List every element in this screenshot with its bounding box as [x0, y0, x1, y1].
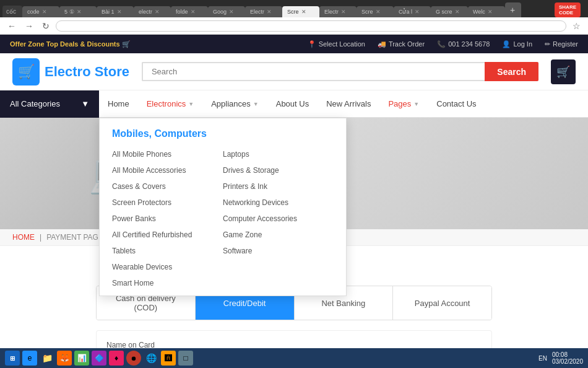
nav-new-arrivals[interactable]: New Arrivals [318, 90, 379, 118]
nav-about[interactable]: About Us [267, 90, 318, 118]
electronics-dropdown: Mobiles, Computers All Mobile Phones All… [99, 118, 347, 296]
dropdown-item-tablets[interactable]: Tablets [112, 243, 223, 258]
taskbar-right: EN 00:08 03/02/2020 [538, 351, 583, 365]
header: 🛒 Electro Store Search 🛒 [0, 53, 588, 90]
phone-icon: 📞 [437, 40, 446, 48]
pages-arrow: ▼ [413, 101, 419, 107]
nav-home[interactable]: Home [99, 90, 138, 118]
dropdown-item-power-banks[interactable]: Power Banks [112, 211, 223, 226]
appliances-arrow: ▼ [253, 101, 259, 107]
dropdown-item-software[interactable]: Software [223, 243, 334, 258]
dropdown-cols: All Mobile Phones All Mobile Accessories… [100, 147, 346, 291]
categories-arrow: ▼ [81, 99, 89, 108]
taskbar-time: 00:08 03/02/2020 [552, 351, 583, 365]
reload-button[interactable]: ↻ [40, 20, 52, 32]
register-icon: ✏ [545, 40, 550, 48]
taskbar-ie[interactable]: e [22, 351, 37, 366]
breadcrumb-home[interactable]: HOME [12, 233, 35, 242]
taskbar-app3[interactable]: 🔷 [92, 351, 106, 366]
categories-dropdown[interactable]: All Categories ▼ [0, 90, 99, 118]
url-input[interactable]: localhost/web/payment.html#parentHorizon… [56, 20, 566, 32]
tab-paypal[interactable]: Paypal Account [393, 286, 491, 320]
dropdown-item-screen-protectors[interactable]: Screen Protectors [112, 195, 223, 210]
taskbar-app2[interactable]: 📊 [74, 351, 89, 366]
website: Offer Zone Top Deals & Discounts 🛒 📍 Sel… [0, 35, 588, 368]
nav-links: Home Electronics ▼ Appliances ▼ About Us… [99, 90, 485, 118]
tab-new[interactable]: + [505, 2, 521, 17]
back-button[interactable]: ← [5, 20, 19, 32]
location-icon: 📍 [308, 40, 316, 48]
browser-chrome: cốc code✕ 5 ①✕ Bài 1✕ electr✕ folde✕ Goo… [0, 0, 588, 35]
dropdown-item-all-accessories[interactable]: All Mobile Accessories [112, 163, 223, 178]
electronics-arrow: ▼ [188, 101, 194, 107]
dropdown-item-wearable[interactable]: Wearable Devices [112, 260, 223, 274]
topbar-register[interactable]: ✏ Register [545, 40, 578, 48]
tab-11[interactable]: Cửa l✕ [394, 6, 431, 17]
logo-text: Electro Store [45, 64, 129, 80]
taskbar-app6[interactable]: □ [178, 351, 193, 366]
topbar-phone[interactable]: 📞 001 234 5678 [437, 40, 490, 48]
taskbar-folder[interactable]: 📁 [40, 351, 54, 366]
topbar-track[interactable]: 🚚 Track Order [378, 40, 425, 48]
taskbar: ⊞ e 📁 🦊 📊 🔷 ♦ ⏺ 🌐 🅰 □ EN 00:08 03/02/202… [0, 348, 588, 368]
taskbar-left: ⊞ e 📁 🦊 📊 🔷 ♦ ⏺ 🌐 🅰 □ [5, 351, 193, 366]
tab-1[interactable]: code✕ [22, 6, 59, 17]
dropdown-col-2: Laptops Drives & Storage Printers & Ink … [223, 147, 334, 291]
tab-13[interactable]: Welc✕ [468, 6, 505, 17]
taskbar-lang: EN [538, 355, 547, 362]
tab-5[interactable]: folde✕ [171, 6, 208, 17]
dropdown-item-computer-accessories[interactable]: Computer Accessories [223, 211, 334, 226]
dropdown-item-all-phones[interactable]: All Mobile Phones [112, 147, 223, 162]
dropdown-item-cases[interactable]: Cases & Covers [112, 179, 223, 194]
search-input[interactable] [142, 62, 485, 81]
topbar-login[interactable]: 👤 Log In [502, 40, 532, 48]
tab-8-active[interactable]: Scre✕ [282, 6, 319, 17]
tab-12[interactable]: G scre✕ [431, 6, 468, 17]
dropdown-item-laptops[interactable]: Laptops [223, 147, 334, 162]
tab-6[interactable]: Goog✕ [208, 6, 245, 17]
nav-electronics[interactable]: Electronics ▼ [138, 90, 203, 118]
dropdown-title: Mobiles, Computers [100, 128, 346, 147]
dropdown-item-smart-home[interactable]: Smart Home [112, 276, 223, 291]
track-icon: 🚚 [378, 40, 386, 48]
tab-9[interactable]: Electr✕ [319, 6, 357, 17]
topbar-location[interactable]: 📍 Select Location [308, 40, 365, 48]
tab-10[interactable]: Scre✕ [357, 6, 394, 17]
taskbar-app4[interactable]: ♦ [109, 351, 124, 366]
tab-bar: cốc code✕ 5 ①✕ Bài 1✕ electr✕ folde✕ Goo… [0, 0, 588, 17]
breadcrumb-current: PAYMENT PAGE [46, 233, 103, 242]
dropdown-item-networking[interactable]: Networking Devices [223, 195, 334, 210]
nav-pages[interactable]: Pages ▼ [379, 90, 428, 118]
login-icon: 👤 [502, 40, 511, 48]
tab-7[interactable]: Electr✕ [245, 6, 282, 17]
start-button[interactable]: ⊞ [5, 351, 20, 366]
tab-coccoc[interactable]: cốc [2, 6, 22, 17]
taskbar-app5[interactable]: 🅰 [161, 351, 176, 366]
dropdown-item-certified[interactable]: All Certified Refurbished [112, 227, 223, 242]
nav-contact[interactable]: Contact Us [428, 90, 485, 118]
tab-2[interactable]: 5 ①✕ [59, 6, 97, 17]
breadcrumb-separator: | [40, 233, 41, 242]
forward-button[interactable]: → [22, 20, 36, 32]
cart-button[interactable]: 🛒 [551, 59, 576, 84]
tab-4[interactable]: electr✕ [134, 6, 171, 17]
topbar-right: 📍 Select Location 🚚 Track Order 📞 001 23… [308, 40, 578, 48]
search-button[interactable]: Search [485, 62, 538, 81]
search-area: Search [142, 62, 538, 81]
topbar-offer: Offer Zone Top Deals & Discounts 🛒 [10, 40, 131, 48]
taskbar-chrome[interactable]: 🌐 [144, 351, 158, 366]
taskbar-app1[interactable]: 🦊 [57, 351, 72, 366]
dropdown-col-1: All Mobile Phones All Mobile Accessories… [112, 147, 223, 291]
dropdown-item-drives[interactable]: Drives & Storage [223, 163, 334, 178]
dropdown-item-game-zone[interactable]: Game Zone [223, 227, 334, 242]
dropdown-item-printers[interactable]: Printers & Ink [223, 179, 334, 194]
nav-appliances[interactable]: Appliances ▼ [202, 90, 267, 118]
logo-icon: 🛒 [12, 58, 40, 85]
taskbar-record[interactable]: ⏺ [126, 351, 141, 366]
logo-area: 🛒 Electro Store [12, 58, 129, 85]
tab-3[interactable]: Bài 1✕ [97, 6, 134, 17]
bookmark-button[interactable]: ☆ [570, 20, 583, 32]
address-bar: ← → ↻ localhost/web/payment.html#parentH… [0, 17, 588, 35]
top-bar: Offer Zone Top Deals & Discounts 🛒 📍 Sel… [0, 35, 588, 53]
categories-label: All Categories [10, 99, 60, 108]
